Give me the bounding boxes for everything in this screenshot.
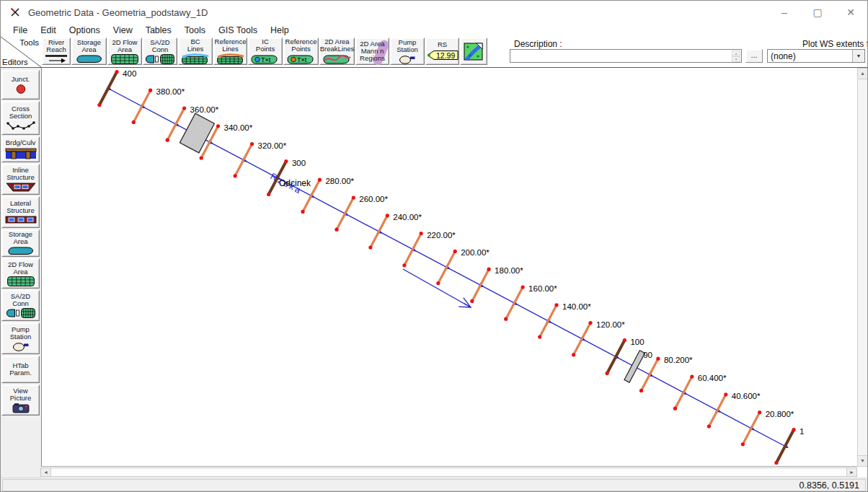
- description-expand-button[interactable]: ...: [745, 49, 763, 63]
- menu-tools[interactable]: Tools: [178, 25, 212, 35]
- cross-section-line[interactable]: [99, 72, 117, 105]
- cross-section-endpoint: [132, 120, 136, 124]
- sidebar-button-label: Picture: [10, 395, 32, 402]
- profile-dropdown[interactable]: (none) ▼: [767, 49, 865, 63]
- svg-text:12.99: 12.99: [436, 51, 455, 60]
- cross-section-line[interactable]: [540, 305, 557, 337]
- sidebar-button-htab-param[interactable]: HTabParam.: [1, 356, 40, 383]
- cross-section-endpoint: [216, 124, 220, 128]
- menu-gis-tools[interactable]: GIS Tools: [212, 25, 264, 35]
- cross-section-line[interactable]: [235, 144, 252, 176]
- cross-section-line[interactable]: [642, 359, 658, 390]
- spinner-down-icon[interactable]: ▼: [732, 56, 740, 62]
- menu-options[interactable]: Options: [63, 25, 107, 35]
- cross-section-endpoint: [741, 442, 745, 446]
- sidebar-button-lateral-structure[interactable]: LateralStructure: [1, 196, 40, 228]
- cross-section-endpoint: [318, 178, 322, 182]
- menu-edit[interactable]: Edit: [34, 25, 63, 35]
- sidebar-button-label: Brdg/Culv: [6, 139, 36, 146]
- sidebar-button-label: Area: [13, 268, 27, 276]
- scroll-right-icon[interactable]: ►: [846, 468, 856, 476]
- toolbar-button-label: Station: [397, 46, 418, 53]
- spinner-up-icon[interactable]: ▲: [732, 50, 740, 56]
- cross-section-endpoint: [200, 156, 203, 159]
- bridge-structure[interactable]: [624, 351, 645, 382]
- cross-section-line[interactable]: [371, 216, 387, 247]
- cross-section-line[interactable]: [776, 430, 794, 463]
- sidebar-button-pump-station[interactable]: PumpStation: [1, 322, 40, 354]
- scroll-up-icon[interactable]: ▲: [858, 69, 867, 79]
- cross-section-label: 300: [292, 159, 306, 167]
- horizontal-scrollbar[interactable]: ◄ ►: [40, 467, 857, 477]
- svg-text:T×t: T×t: [261, 56, 271, 63]
- chevron-down-icon[interactable]: ▼: [852, 50, 864, 62]
- sidebar-button-junct[interactable]: Junct.: [1, 70, 40, 100]
- toolbar-button-bc-lines[interactable]: BCLines: [178, 38, 213, 65]
- cross-section-line[interactable]: [472, 269, 489, 301]
- toolbar-button-ic-points[interactable]: ICPointsT×t: [248, 38, 283, 65]
- svg-text:T×t: T×t: [297, 56, 307, 63]
- toolbar-button-reference-points[interactable]: ReferencePointsT×t: [283, 38, 319, 65]
- toolbar-button-label: RS: [438, 41, 447, 48]
- toolbar-button-reference-lines[interactable]: ReferenceLines: [213, 38, 247, 65]
- menu-help[interactable]: Help: [264, 25, 296, 35]
- toolbar-button-rs[interactable]: RS12.99: [425, 38, 459, 65]
- cross-section-line[interactable]: [133, 90, 150, 122]
- cross-section-line[interactable]: [709, 395, 725, 426]
- cross-section-endpoint: [656, 357, 660, 361]
- scroll-down-icon[interactable]: ▼: [858, 455, 867, 466]
- main-area: Junct.CrossSectionBrdg/CulvInlineStructu…: [1, 67, 867, 467]
- sidebar-button-label: Structure: [6, 207, 35, 214]
- cross-section-label: 60.400*: [698, 374, 727, 382]
- sidebar-button-cross-section[interactable]: CrossSection: [1, 101, 40, 135]
- toolbar-button-2d-area-breaklines[interactable]: 2D AreaBreakLines: [319, 38, 355, 65]
- cross-section-line[interactable]: [574, 323, 590, 355]
- sidebar-button-2d-flow-area[interactable]: 2D FlowArea: [1, 258, 40, 289]
- minimize-button[interactable]: –: [768, 1, 801, 24]
- toolbar-button-background-map[interactable]: [460, 38, 487, 65]
- bridge-structure[interactable]: [180, 113, 214, 153]
- cross-section-line[interactable]: [438, 251, 455, 283]
- description-spinner[interactable]: ▲ ▼: [732, 50, 740, 61]
- app-icon: [9, 6, 21, 18]
- cross-section-endpoint: [250, 142, 254, 146]
- sidebar-button-storage-area[interactable]: StorageArea: [1, 229, 40, 257]
- cross-section-endpoint: [115, 70, 119, 74]
- toolbar-button-2d-area-mann-n-regions[interactable]: 2D AreaMann nRegions: [355, 38, 389, 65]
- cross-section-line[interactable]: [404, 234, 421, 265]
- sidebar-button-view-picture[interactable]: ViewPicture: [1, 385, 40, 416]
- cross-section-line[interactable]: [607, 341, 624, 374]
- menu-file[interactable]: File: [6, 25, 34, 35]
- cross-section-label: 20.800*: [766, 410, 794, 418]
- toolbar-button-2d-flow-area[interactable]: 2D FlowArea: [107, 38, 142, 65]
- menu-bar: FileEditOptionsViewTablesToolsGIS ToolsH…: [1, 23, 867, 37]
- sidebar-button-brdg-culv[interactable]: Brdg/Culv: [1, 136, 40, 162]
- cross-section-line[interactable]: [743, 413, 759, 444]
- menu-view[interactable]: View: [107, 25, 139, 35]
- description-input[interactable]: ▲ ▼: [510, 49, 742, 63]
- cross-section-endpoint: [504, 317, 508, 321]
- toolbar-button-storage-area[interactable]: StorageArea: [71, 38, 107, 65]
- cross-section-line[interactable]: [167, 108, 184, 140]
- vertical-scrollbar[interactable]: ▲ ▼: [857, 68, 868, 467]
- cross-section-line[interactable]: [337, 198, 353, 229]
- sidebar-button-inline-structure[interactable]: InlineStructure: [1, 164, 40, 195]
- close-button[interactable]: ✕: [834, 1, 867, 24]
- toolbar-button-river-reach[interactable]: RiverReach: [42, 38, 71, 65]
- scroll-left-icon[interactable]: ◄: [41, 468, 51, 476]
- toolbar-button-pump-station[interactable]: PumpStation: [390, 38, 425, 65]
- breaklines-icon: [322, 53, 353, 64]
- cross-section-endpoint: [606, 372, 609, 375]
- cross-section-endpoint: [707, 424, 711, 428]
- cross-section-label: 160.00*: [528, 284, 557, 293]
- toolbar-button-label: BreakLines: [320, 45, 355, 53]
- toolbar-button-sa-2d-conn[interactable]: SA/2DConn: [143, 38, 177, 65]
- sidebar-button-sa-2d-conn[interactable]: SA/2DConn: [1, 290, 40, 321]
- sidebar-button-label: Inline: [12, 167, 29, 174]
- bridge-label: 90: [643, 351, 652, 359]
- menu-tables[interactable]: Tables: [139, 25, 178, 35]
- maximize-button[interactable]: ▢: [801, 1, 834, 24]
- cross-section-line[interactable]: [676, 377, 692, 408]
- schematic-canvas[interactable]: 90400380.00*360.00*340.00*320.00*300280.…: [41, 68, 857, 467]
- cross-section-line[interactable]: [506, 287, 523, 319]
